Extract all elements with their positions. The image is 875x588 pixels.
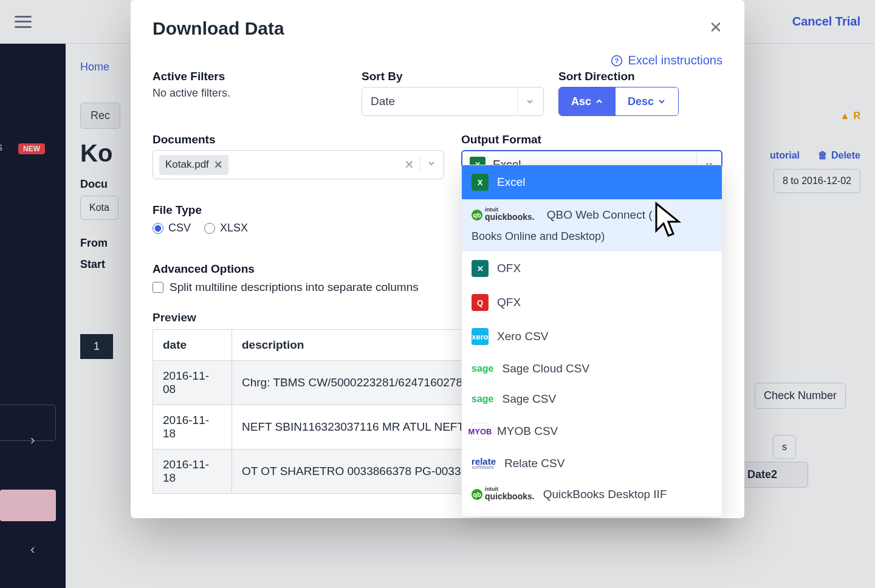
sort-direction-section: Sort Direction Asc Desc	[558, 70, 722, 116]
documents-select[interactable]: Kotak.pdf ✕ ✕	[153, 150, 444, 179]
output-option-excel[interactable]: XExcel	[462, 165, 722, 199]
modal-title: Download Data	[153, 18, 284, 39]
xlsx-radio[interactable]: XLSX	[204, 222, 248, 234]
active-filters-section: Active Filters No active filters.	[153, 70, 347, 116]
split-checkbox[interactable]	[153, 282, 163, 293]
excel-instructions-link[interactable]: ? Excel instructions	[153, 53, 722, 67]
help-icon: ?	[611, 55, 623, 67]
sort-direction-label: Sort Direction	[558, 70, 722, 83]
output-option-sage-cloud-csv[interactable]: sageSage Cloud CSV	[462, 354, 722, 384]
output-format-label: Output Format	[461, 133, 722, 146]
sort-by-label: Sort By	[362, 70, 544, 83]
modal-overlay: Download Data ✕ ? Excel instructions Act…	[0, 0, 875, 588]
output-option-xero-csv[interactable]: xeroXero CSV	[462, 320, 722, 354]
close-icon[interactable]: ✕	[709, 18, 722, 37]
documents-section: Documents Kotak.pdf ✕ ✕	[153, 133, 444, 179]
output-format-dropdown: XExcelqbintuitquickbooks.QBO Web Connect…	[461, 165, 722, 517]
document-chip: Kotak.pdf ✕	[159, 155, 228, 175]
col-date: date	[153, 330, 232, 361]
split-label: Split multiline descriptions into separa…	[170, 281, 419, 294]
asc-button[interactable]: Asc	[559, 87, 616, 115]
chevron-down-icon	[657, 97, 666, 106]
output-option-qfx[interactable]: QQFX	[462, 285, 722, 320]
sort-direction-toggle: Asc Desc	[558, 87, 679, 116]
sort-by-section: Sort By Date	[362, 70, 544, 116]
svg-text:?: ?	[615, 56, 619, 64]
remove-chip-icon[interactable]: ✕	[214, 159, 222, 171]
csv-radio[interactable]: CSV	[153, 222, 191, 234]
output-option-qbo-web-connect-[interactable]: qbintuitquickbooks.QBO Web Connect (Book…	[462, 199, 722, 251]
clear-all-icon[interactable]: ✕	[404, 157, 414, 172]
output-option-quicken-qif[interactable]: QQuicken QIF	[462, 510, 722, 517]
active-filters-label: Active Filters	[153, 70, 347, 83]
documents-label: Documents	[153, 133, 444, 146]
active-filters-status: No active filters.	[153, 87, 230, 99]
output-option-ofx[interactable]: ✕OFX	[462, 251, 722, 285]
sort-by-select[interactable]: Date	[362, 87, 544, 116]
download-data-modal: Download Data ✕ ? Excel instructions Act…	[131, 0, 744, 518]
chevron-down-icon[interactable]	[427, 159, 436, 171]
output-format-section: Output Format X Excel XExcelqbintuitquic…	[461, 133, 722, 179]
desc-button[interactable]: Desc	[616, 87, 678, 115]
output-option-quickbooks-desktop-iif[interactable]: qbintuitquickbooks.QuickBooks Desktop II…	[462, 479, 722, 510]
chevron-up-icon	[595, 97, 603, 106]
chevron-down-icon	[525, 97, 535, 106]
output-option-sage-csv[interactable]: sageSage CSV	[462, 384, 722, 414]
output-option-myob-csv[interactable]: MYOBMYOB CSV	[462, 414, 722, 448]
output-option-relate-csv[interactable]: relatesoftwareRelate CSV	[462, 448, 722, 479]
